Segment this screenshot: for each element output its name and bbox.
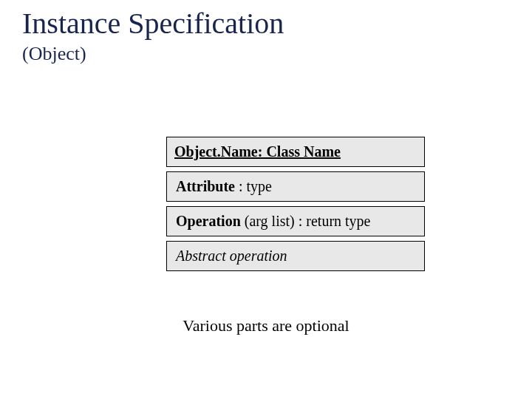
- uml-abstract-operation-compartment: Abstract operation: [166, 241, 425, 271]
- caption-text: Various parts are optional: [0, 316, 532, 335]
- slide: Instance Specification (Object): [0, 0, 532, 65]
- uml-operation-label: Operation: [176, 213, 241, 229]
- uml-attribute-label: Attribute: [176, 178, 235, 194]
- uml-attribute-type: : type: [235, 178, 272, 194]
- uml-instance-box: Object.Name: Class Name Attribute : type…: [166, 137, 425, 276]
- uml-operation-signature: (arg list) : return type: [241, 213, 371, 229]
- uml-name-compartment: Object.Name: Class Name: [166, 137, 425, 167]
- uml-attribute-compartment: Attribute : type: [166, 171, 425, 202]
- uml-operation-compartment: Operation (arg list) : return type: [166, 206, 425, 236]
- page-subtitle: (Object): [22, 43, 510, 65]
- page-title: Instance Specification: [22, 7, 510, 40]
